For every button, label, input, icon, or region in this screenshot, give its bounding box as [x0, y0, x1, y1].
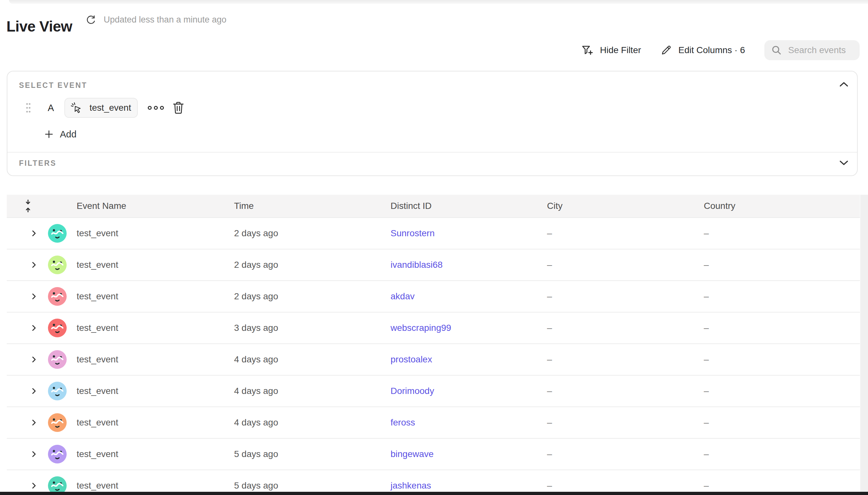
- expand-row-button[interactable]: [28, 407, 39, 438]
- expand-row-button[interactable]: [28, 250, 39, 280]
- column-header-time: Time: [234, 195, 254, 217]
- column-header-event-name: Event Name: [76, 195, 126, 217]
- event-more-options-button[interactable]: [147, 105, 165, 111]
- avatar-face-icon: [48, 382, 67, 400]
- chevron-right-icon: [30, 387, 38, 395]
- user-avatar: [48, 439, 67, 470]
- event-step-row: A test_event: [7, 98, 184, 118]
- expand-row-button[interactable]: [28, 218, 39, 249]
- table-row[interactable]: test_event 4 days ago feross – –: [7, 407, 860, 438]
- add-event-button[interactable]: Add: [7, 124, 79, 144]
- step-letter: A: [47, 103, 55, 113]
- table-row[interactable]: test_event 2 days ago ivandiblasi68 – –: [7, 249, 860, 280]
- user-avatar: [48, 376, 67, 407]
- cell-country: –: [704, 218, 709, 249]
- table-row[interactable]: test_event 4 days ago Dorimoody – –: [7, 375, 860, 407]
- drag-handle[interactable]: [25, 101, 32, 114]
- distinct-id-link[interactable]: Dorimoody: [391, 376, 434, 407]
- table-row[interactable]: test_event 5 days ago bingewave – –: [7, 438, 860, 470]
- user-avatar: [48, 312, 67, 343]
- event-select-chip[interactable]: test_event: [64, 98, 138, 118]
- chevron-right-icon: [30, 292, 38, 301]
- table-row[interactable]: test_event 4 days ago prostoalex – –: [7, 343, 860, 375]
- cursor-spark-icon: [70, 102, 82, 114]
- collapse-all-rows-button[interactable]: [21, 195, 35, 217]
- avatar-face-icon: [48, 287, 67, 306]
- cell-time: 2 days ago: [234, 281, 278, 312]
- distinct-id-link[interactable]: webscraping99: [391, 312, 451, 343]
- select-event-label: SELECT EVENT: [19, 81, 87, 90]
- page-title: Live View: [6, 18, 72, 35]
- cell-city: –: [547, 281, 552, 312]
- toolbar: Hide Filter Edit Columns · 6: [581, 40, 860, 61]
- cell-city: –: [547, 218, 552, 249]
- chevron-right-icon: [30, 450, 38, 458]
- delete-event-button[interactable]: [173, 101, 184, 115]
- chevron-right-icon: [30, 229, 38, 238]
- cell-city: –: [547, 407, 552, 438]
- cell-event-name: test_event: [76, 312, 118, 343]
- distinct-id-link[interactable]: akdav: [391, 281, 415, 312]
- refresh-icon: [85, 15, 97, 27]
- cell-city: –: [547, 470, 552, 495]
- table-row[interactable]: test_event 2 days ago Sunrostern – –: [7, 217, 860, 249]
- expand-row-button[interactable]: [28, 376, 39, 407]
- distinct-id-link[interactable]: prostoalex: [391, 344, 432, 375]
- collapse-rows-icon: [23, 199, 33, 213]
- column-header-city: City: [547, 195, 562, 217]
- search-input[interactable]: [787, 45, 853, 56]
- card-divider: [7, 152, 857, 153]
- cell-time: 3 days ago: [234, 312, 278, 343]
- distinct-id-link[interactable]: bingewave: [391, 439, 434, 470]
- chevron-right-icon: [30, 261, 38, 269]
- user-avatar: [48, 407, 67, 438]
- search-box[interactable]: [764, 40, 860, 60]
- chevron-right-icon: [30, 419, 38, 427]
- expand-row-button[interactable]: [28, 344, 39, 375]
- column-header-distinct-id: Distinct ID: [391, 195, 432, 217]
- cell-event-name: test_event: [76, 439, 118, 470]
- drag-handle-icon: [25, 102, 32, 114]
- filter-plus-icon: [581, 44, 593, 56]
- collapse-section-button[interactable]: [839, 81, 849, 87]
- cell-event-name: test_event: [76, 250, 118, 280]
- expand-row-button[interactable]: [28, 281, 39, 312]
- expand-row-button[interactable]: [28, 439, 39, 470]
- cell-time: 4 days ago: [234, 344, 278, 375]
- query-builder-card: SELECT EVENT A test_event: [7, 71, 858, 176]
- user-avatar: [48, 344, 67, 375]
- table-row[interactable]: test_event 3 days ago webscraping99 – –: [7, 312, 860, 343]
- cell-country: –: [704, 281, 709, 312]
- edit-columns-label: Edit Columns · 6: [678, 45, 745, 55]
- avatar-face-icon: [48, 224, 67, 243]
- cell-city: –: [547, 344, 552, 375]
- table-row[interactable]: test_event 2 days ago akdav – –: [7, 280, 860, 312]
- cell-event-name: test_event: [76, 407, 118, 438]
- distinct-id-link[interactable]: feross: [391, 407, 415, 438]
- cell-event-name: test_event: [76, 344, 118, 375]
- cell-city: –: [547, 250, 552, 280]
- cell-event-name: test_event: [76, 218, 118, 249]
- pencil-icon: [660, 45, 672, 56]
- avatar-face-icon: [48, 319, 67, 337]
- edit-columns-button[interactable]: Edit Columns · 6: [660, 45, 745, 56]
- trash-icon: [173, 101, 184, 115]
- cell-time: 5 days ago: [234, 470, 278, 495]
- cell-country: –: [704, 312, 709, 343]
- cell-country: –: [704, 344, 709, 375]
- expand-row-button[interactable]: [28, 312, 39, 343]
- hide-filter-button[interactable]: Hide Filter: [581, 44, 641, 56]
- refresh-button[interactable]: [83, 13, 99, 28]
- distinct-id-link[interactable]: ivandiblasi68: [391, 250, 443, 280]
- window-top-edge: [9, 0, 868, 4]
- more-options-icon: [147, 105, 165, 111]
- expand-filters-button[interactable]: [839, 160, 849, 166]
- expand-row-button[interactable]: [28, 470, 39, 495]
- live-view-page: Live View Updated less than a minute ago…: [0, 0, 868, 495]
- scrollbar-gutter: [860, 195, 868, 495]
- distinct-id-link[interactable]: jashkenas: [391, 470, 431, 495]
- user-avatar: [48, 218, 67, 249]
- cell-city: –: [547, 439, 552, 470]
- distinct-id-link[interactable]: Sunrostern: [391, 218, 435, 249]
- table-row[interactable]: test_event 5 days ago jashkenas – –: [7, 470, 860, 495]
